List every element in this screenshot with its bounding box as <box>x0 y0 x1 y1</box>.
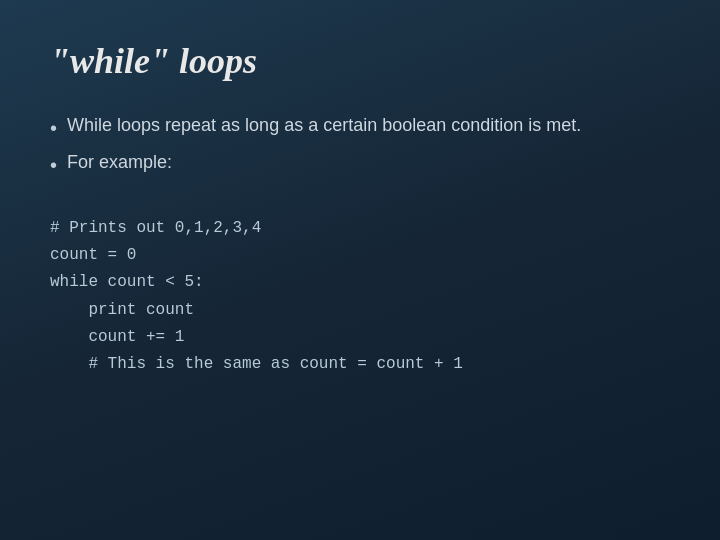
slide-title: "while" loops <box>50 40 670 82</box>
code-line-4: print count <box>50 297 670 324</box>
bullet-text-2: For example: <box>67 149 172 176</box>
bullet-dot-1: • <box>50 113 57 143</box>
slide: "while" loops • While loops repeat as lo… <box>0 0 720 540</box>
bullet-text-1: While loops repeat as long as a certain … <box>67 112 581 139</box>
bullet-item-2: • For example: <box>50 149 670 180</box>
bullet-dot-2: • <box>50 150 57 180</box>
code-line-3: while count < 5: <box>50 269 670 296</box>
code-line-2: count = 0 <box>50 242 670 269</box>
code-block: # Prints out 0,1,2,3,4 count = 0 while c… <box>50 215 670 378</box>
code-line-5: count += 1 <box>50 324 670 351</box>
bullet-item-1: • While loops repeat as long as a certai… <box>50 112 670 143</box>
code-line-6: # This is the same as count = count + 1 <box>50 351 670 378</box>
bullet-list: • While loops repeat as long as a certai… <box>50 112 670 180</box>
code-line-1: # Prints out 0,1,2,3,4 <box>50 215 670 242</box>
